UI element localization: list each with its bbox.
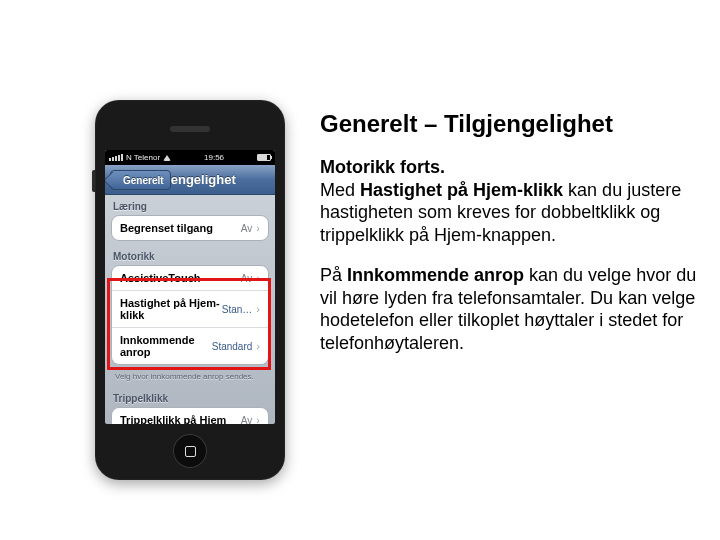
row-assistivetouch[interactable]: AssistiveTouch Av › [112, 266, 268, 290]
group-learning: Begrenset tilgang Av › [111, 215, 269, 241]
paragraph-incoming: På Innkommende anrop kan du velge hvor d… [320, 264, 700, 354]
row-value: Stan… › [222, 303, 260, 315]
row-value: Av › [241, 222, 260, 234]
status-bar: N Telenor 19:56 [105, 150, 275, 165]
row-triple-click-home[interactable]: Trippelklikk på Hjem Av › [112, 408, 268, 424]
clock-label: 19:56 [204, 153, 224, 162]
chevron-right-icon: › [256, 222, 260, 234]
feature-home-speed: Hastighet på Hjem-klikk [360, 180, 563, 200]
carrier-label: N Telenor [126, 153, 160, 162]
row-label: Hastighet på Hjem-klikk [120, 297, 222, 321]
row-label: AssistiveTouch [120, 272, 201, 284]
phone-speaker [170, 126, 210, 132]
slide: Generelt – Tilgjengelighet Motorikk fort… [0, 0, 720, 540]
section-header-learning: Læring [105, 195, 275, 215]
back-button[interactable]: Generelt [110, 170, 171, 190]
chevron-right-icon: › [256, 272, 260, 284]
row-incoming-calls[interactable]: Innkommende anrop Standard › [112, 327, 268, 364]
group-triple: Trippelklikk på Hjem Av › [111, 407, 269, 424]
row-label: Innkommende anrop [120, 334, 212, 358]
row-value: Av › [241, 272, 260, 284]
chevron-right-icon: › [256, 340, 260, 352]
home-button-icon [185, 446, 196, 457]
status-left: N Telenor [109, 153, 171, 162]
section-header-triple: Trippelklikk [105, 387, 275, 407]
chevron-right-icon: › [256, 303, 260, 315]
status-right [257, 154, 271, 161]
chevron-right-icon: › [256, 414, 260, 424]
row-restricted-access[interactable]: Begrenset tilgang Av › [112, 216, 268, 240]
back-button-label: Generelt [123, 175, 164, 186]
section-header-motor: Motorikk [105, 245, 275, 265]
row-home-click-speed[interactable]: Hastighet på Hjem-klikk Stan… › [112, 290, 268, 327]
nav-bar: Generelt Tilgjengelighet [105, 165, 275, 195]
group-motor: AssistiveTouch Av › Hastighet på Hjem-kl… [111, 265, 269, 365]
phone-screen: N Telenor 19:56 Generelt Tilgjengelighet… [105, 150, 275, 424]
lead-label: Motorikk forts. [320, 157, 445, 177]
page-title: Generelt – Tilgjengelighet [320, 110, 700, 138]
wifi-icon [163, 155, 171, 161]
iphone-device: N Telenor 19:56 Generelt Tilgjengelighet… [95, 100, 285, 480]
row-label: Begrenset tilgang [120, 222, 213, 234]
home-button[interactable] [173, 434, 207, 468]
paragraph-motorikk: Motorikk forts. Med Hastighet på Hjem-kl… [320, 156, 700, 246]
row-value: Av › [241, 414, 260, 424]
feature-incoming-call: Innkommende anrop [347, 265, 524, 285]
group-footnote: Velg hvor innkommende anrop sendes. [105, 369, 275, 387]
text-column: Generelt – Tilgjengelighet Motorikk fort… [320, 110, 700, 372]
row-label: Trippelklikk på Hjem [120, 414, 226, 424]
battery-icon [257, 154, 271, 161]
row-value: Standard › [212, 340, 260, 352]
signal-bars-icon [109, 154, 123, 161]
